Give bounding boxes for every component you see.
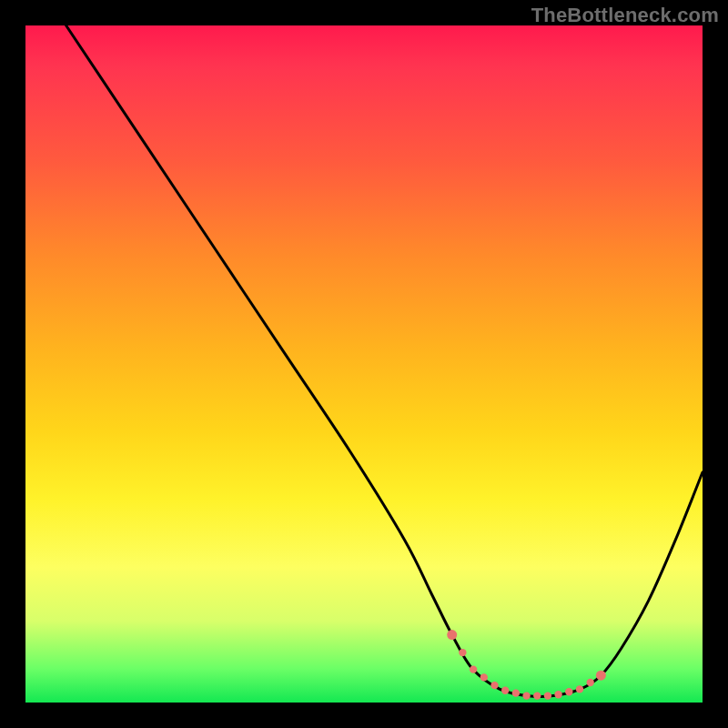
highlight-dot — [522, 692, 530, 699]
bottleneck-curve-path — [66, 25, 703, 696]
curve-layer — [25, 25, 703, 703]
highlight-dot — [447, 630, 457, 640]
highlight-dot — [512, 689, 520, 696]
highlight-dot — [544, 692, 551, 699]
highlight-dot — [490, 682, 498, 689]
highlight-dot — [576, 685, 583, 693]
highlight-dot — [501, 687, 509, 694]
watermark-text: TheBottleneck.com — [531, 4, 719, 27]
highlight-dot — [587, 679, 594, 686]
highlight-dot — [533, 692, 541, 699]
highlight-dot — [565, 688, 572, 695]
highlight-dot — [459, 649, 466, 656]
highlight-dot — [596, 671, 606, 681]
chart-frame: TheBottleneck.com — [0, 0, 728, 728]
highlight-dot — [470, 665, 477, 672]
highlight-dot — [554, 691, 561, 698]
highlight-dot — [480, 673, 488, 681]
plot-area — [25, 25, 703, 703]
